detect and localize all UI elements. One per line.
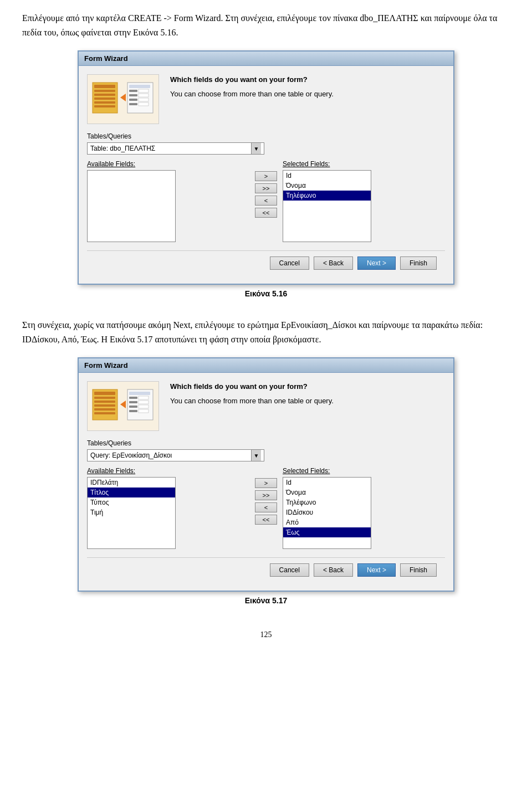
dialog2-avail-titlos[interactable]: Τίτλος — [88, 488, 175, 497]
svg-rect-11 — [139, 89, 149, 93]
dialog1-finish-button[interactable]: Finish — [400, 256, 437, 270]
dialog1-available-list[interactable] — [87, 170, 176, 242]
dialog1-selected-item-onoma[interactable]: Όνομα — [283, 181, 371, 191]
dialog2-sel-eos[interactable]: Έως — [283, 527, 371, 537]
dialog1-dropdown-row[interactable]: Table: dbo_ΠΕΛΑΤΗΣ ▼ — [87, 142, 445, 155]
svg-rect-34 — [129, 410, 137, 412]
dialog1: Form Wizard — [78, 50, 454, 285]
dialog1-move-right-one[interactable]: > — [255, 171, 277, 181]
dialog1-selected-item-id[interactable]: Id — [283, 171, 371, 181]
dialog1-selected-label: Selected Fields: — [283, 160, 445, 168]
dialog1-table-dropdown[interactable]: Table: dbo_ΠΕΛΑΤΗΣ ▼ — [87, 142, 264, 155]
svg-rect-1 — [94, 85, 115, 88]
dialog2-sel-tilefono[interactable]: Τηλέφωνο — [283, 497, 371, 507]
svg-rect-20 — [94, 397, 115, 399]
svg-rect-17 — [139, 102, 149, 106]
intro-text-2: Στη συνέχεια, χωρίς να πατήσουμε ακόμη N… — [22, 318, 510, 346]
dialog1-move-right-all[interactable]: >> — [255, 183, 277, 193]
dialog2-table-value: Query: ΕρΕνοικίαση_Δίσκοι — [90, 451, 172, 459]
dialog2-move-right-one[interactable]: > — [255, 478, 277, 488]
dialog1-cancel-button[interactable]: Cancel — [270, 256, 309, 270]
dialog2-avail-typos[interactable]: Τύπος — [88, 497, 175, 507]
dialog1-move-left-one[interactable]: < — [255, 196, 277, 206]
intro-text-1: Επιλέγουμε από την καρτέλα CREATE -> For… — [22, 11, 510, 39]
dialog2-selected-list[interactable]: Id Όνομα Τηλέφωνο IDΔίσκου Από Έως — [283, 477, 371, 549]
svg-rect-2 — [94, 90, 115, 92]
svg-rect-13 — [139, 94, 149, 97]
svg-rect-33 — [139, 405, 149, 408]
dialog1-selected-section: Selected Fields: Id Όνομα Τηλέφωνο — [283, 160, 445, 242]
svg-rect-14 — [129, 99, 137, 101]
dialog1-available-label: Available Fields: — [87, 160, 249, 168]
dialog2-avail-timi[interactable]: Τιμή — [88, 507, 175, 517]
dialog2-sel-iddisou[interactable]: IDΔίσκου — [283, 507, 371, 517]
svg-rect-6 — [94, 105, 115, 107]
dialog2-back-button[interactable]: < Back — [314, 563, 353, 577]
dialog2-selected-label: Selected Fields: — [283, 467, 445, 475]
dialog1-back-button[interactable]: < Back — [314, 256, 353, 270]
dialog1-wizard-title: Which fields do you want on your form? — [170, 74, 334, 85]
dialog2-move-buttons: > >> < << — [249, 478, 283, 525]
svg-rect-32 — [129, 406, 137, 408]
dialog2-tables-section: Tables/Queries Query: ΕρΕνοικίαση_Δίσκοι… — [87, 439, 445, 461]
dialog2-selected-section: Selected Fields: Id Όνομα Τηλέφωνο IDΔίσ… — [283, 467, 445, 549]
dialog2-available-section: Available Fields: IDΠελάτη Τίτλος Τύπος … — [87, 467, 249, 549]
caption-2: Εικόνα 5.17 — [245, 596, 288, 605]
dialog2-move-left-one[interactable]: < — [255, 502, 277, 512]
dialog2-fields-row: Available Fields: IDΠελάτη Τίτλος Τύπος … — [87, 467, 445, 549]
dialog2-available-list[interactable]: IDΠελάτη Τίτλος Τύπος Τιμή — [87, 477, 176, 549]
svg-rect-16 — [129, 103, 137, 105]
dialog2-move-left-all[interactable]: << — [255, 515, 277, 525]
dialog2-sel-onoma[interactable]: Όνομα — [283, 488, 371, 497]
dialog1-selected-item-tilefono[interactable]: Τηλέφωνο — [283, 191, 371, 201]
svg-rect-4 — [94, 98, 115, 100]
dialog2-titlebar: Form Wizard — [79, 358, 453, 373]
dialog1-available-section: Available Fields: — [87, 160, 249, 242]
dialog2-table-dropdown[interactable]: Query: ΕρΕνοικίαση_Δίσκοι ▼ — [87, 449, 264, 461]
caption-1: Εικόνα 5.16 — [245, 289, 288, 298]
dialog1-fields-row: Available Fields: > >> < << Selected Fie… — [87, 160, 445, 242]
svg-rect-12 — [129, 94, 137, 96]
dialog2-cancel-button[interactable]: Cancel — [270, 563, 309, 577]
dialog2-container: Form Wizard — [22, 357, 510, 614]
dialog1-wizard-subtitle: You can choose from more than one table … — [170, 89, 334, 100]
dialog1-container: Form Wizard — [22, 50, 510, 307]
dialog2-sel-apo[interactable]: Από — [283, 517, 371, 527]
dialog1-next-button[interactable]: Next > — [357, 256, 396, 270]
dialog2-tables-label: Tables/Queries — [87, 439, 445, 447]
svg-rect-35 — [139, 409, 149, 413]
svg-rect-9 — [129, 85, 150, 88]
svg-rect-30 — [129, 401, 137, 403]
svg-rect-10 — [129, 90, 137, 92]
dialog2-wizard-subtitle: You can choose from more than one table … — [170, 396, 334, 407]
svg-rect-29 — [139, 396, 149, 399]
dialog1-tables-label: Tables/Queries — [87, 132, 445, 140]
dialog2-sel-id[interactable]: Id — [283, 478, 371, 488]
dialog1-move-left-all[interactable]: << — [255, 208, 277, 218]
dialog1-dropdown-arrow[interactable]: ▼ — [251, 143, 261, 154]
svg-rect-24 — [94, 412, 115, 414]
dialog1-footer: Cancel < Back Next > Finish — [87, 250, 445, 275]
dialog2-wizard-title: Which fields do you want on your form? — [170, 381, 334, 392]
dialog2-available-label: Available Fields: — [87, 467, 249, 475]
dialog1-top: Which fields do you want on your form? Y… — [87, 74, 445, 124]
dialog2-dropdown-arrow[interactable]: ▼ — [251, 450, 261, 461]
dialog2-footer: Cancel < Back Next > Finish — [87, 557, 445, 582]
wizard-graphic-2 — [87, 381, 159, 431]
svg-rect-27 — [129, 392, 150, 395]
dialog2-top: Which fields do you want on your form? Y… — [87, 381, 445, 431]
svg-rect-22 — [94, 404, 115, 407]
dialog2-move-right-all[interactable]: >> — [255, 490, 277, 500]
svg-rect-5 — [94, 101, 115, 104]
dialog2-next-button[interactable]: Next > — [357, 563, 396, 577]
dialog2-dropdown-row[interactable]: Query: ΕρΕνοικίαση_Δίσκοι ▼ — [87, 449, 445, 461]
dialog1-titlebar: Form Wizard — [79, 52, 453, 66]
dialog1-selected-list[interactable]: Id Όνομα Τηλέφωνο — [283, 170, 371, 242]
page-number: 125 — [22, 630, 510, 639]
svg-marker-7 — [120, 94, 126, 101]
dialog2-body: Which fields do you want on your form? Y… — [79, 373, 453, 591]
svg-rect-31 — [139, 401, 149, 404]
dialog2-finish-button[interactable]: Finish — [400, 563, 437, 577]
dialog1-tables-section: Tables/Queries Table: dbo_ΠΕΛΑΤΗΣ ▼ — [87, 132, 445, 155]
dialog2-avail-idpelati[interactable]: IDΠελάτη — [88, 478, 175, 488]
